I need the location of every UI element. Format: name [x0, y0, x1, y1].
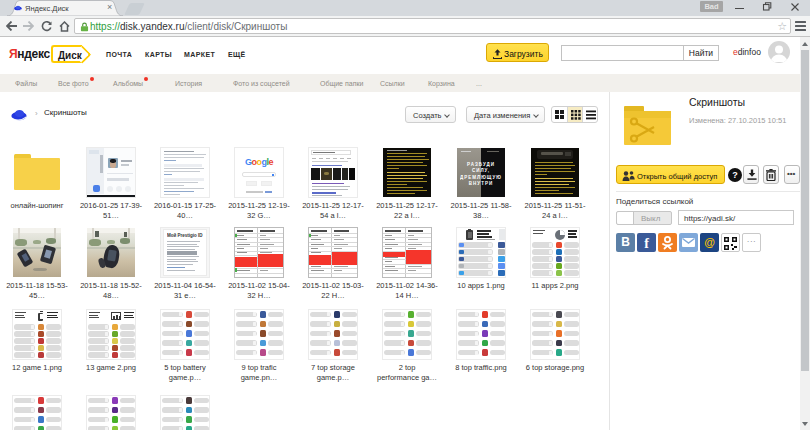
bookmark-star-icon[interactable]: ☆	[777, 20, 787, 33]
thumb-detail	[164, 194, 180, 195]
thumb-detail	[15, 315, 24, 316]
browser-menu-icon[interactable]	[795, 21, 806, 33]
open-share-button[interactable]: Открыть общий доступ	[616, 165, 725, 184]
thumb-detail	[33, 268, 47, 271]
reload-button[interactable]	[41, 21, 52, 32]
share-vk-icon[interactable]: В	[616, 233, 635, 252]
share-qr-icon[interactable]	[721, 233, 740, 252]
thumb-detail	[499, 229, 505, 240]
share-link-input[interactable]: https://yadi.sk/	[678, 210, 794, 225]
share-link-toggle[interactable]: Выкл	[616, 211, 672, 225]
create-button[interactable]: Создать	[405, 106, 456, 123]
thumb-detail	[564, 249, 579, 255]
search-input[interactable]	[561, 45, 684, 61]
nav-item-9[interactable]: ...	[476, 80, 482, 87]
share-more-icon[interactable]: ···	[742, 233, 761, 252]
nav-item-5[interactable]: Фото из соцсетей	[233, 80, 290, 87]
thumb-detail	[333, 158, 337, 159]
thumb-detail	[535, 181, 575, 182]
back-button[interactable]	[6, 21, 17, 31]
thumb-detail	[408, 235, 414, 236]
sort-button[interactable]: Дата изменения	[466, 106, 545, 123]
share-envelope-icon[interactable]	[679, 233, 698, 252]
file-name: 2015-11-25 11-58-38…	[444, 201, 518, 221]
nav-item-4[interactable]: История	[175, 80, 202, 87]
thumb-detail	[167, 244, 197, 245]
thumb-detail	[401, 332, 404, 336]
download-button[interactable]	[743, 165, 759, 184]
more-actions-button[interactable]: •••	[784, 165, 800, 184]
thumb-detail	[387, 181, 427, 182]
thumb-detail	[186, 330, 193, 337]
tab-close-icon[interactable]: ×	[107, 2, 112, 12]
scrollbar-thumb[interactable]	[801, 50, 809, 371]
help-icon[interactable]: ?	[728, 168, 742, 182]
scrollbar-up-arrow[interactable]	[802, 42, 808, 46]
nav-item-2[interactable]: Все фото	[58, 80, 89, 87]
nav-item-3[interactable]: Альбомы	[113, 80, 143, 87]
page-scrollbar[interactable]	[800, 37, 810, 430]
window-close-button[interactable]	[790, 0, 800, 14]
thumb-detail	[112, 345, 119, 352]
thumb-detail	[38, 416, 45, 423]
menu-item-3[interactable]: МАРКЕТ	[184, 51, 215, 58]
nav-item-8[interactable]: Корзина	[428, 80, 455, 87]
thumb-detail	[38, 407, 45, 414]
scrollbar-down-arrow[interactable]	[802, 422, 808, 426]
file-name: 11 apps 2.png	[518, 281, 592, 291]
yandex-logo[interactable]: Яндекс	[9, 47, 50, 61]
forward-button[interactable]	[23, 21, 34, 31]
thumb-detail	[124, 312, 134, 313]
share-facebook-icon[interactable]: f	[637, 233, 656, 252]
thumb-detail	[549, 312, 552, 316]
share-odnoklassniki-icon[interactable]	[658, 233, 677, 252]
thumb-detail	[107, 178, 129, 181]
menu-item-4[interactable]: ЕЩЁ	[228, 51, 246, 58]
thumb-detail	[416, 321, 431, 327]
thumb-detail	[334, 239, 344, 240]
thumb-detail	[564, 350, 579, 356]
thumb-detail	[46, 324, 61, 330]
search-button[interactable]: Найти	[683, 45, 719, 61]
avatar[interactable]	[768, 41, 790, 63]
address-bar[interactable]: https://disk.yandex.ru/client/disk/Скрин…	[74, 18, 791, 34]
thumb-detail	[186, 311, 193, 318]
thumb-detail	[112, 407, 119, 414]
thumb-detail	[112, 331, 119, 338]
new-tab-button[interactable]	[124, 3, 145, 15]
thumb-detail	[564, 256, 579, 262]
menu-item-1[interactable]: ПОЧТА	[106, 51, 132, 58]
window-restore-button[interactable]	[762, 0, 772, 14]
thumb-detail	[385, 230, 401, 232]
share-link-label: Поделиться ссылкой	[616, 197, 693, 206]
thumb-detail	[164, 157, 204, 158]
thumb-detail: Мой Prestigio ID	[167, 233, 207, 238]
menu-item-2[interactable]: КАРТЫ	[145, 51, 172, 58]
disk-tab-label[interactable]: Диск	[58, 50, 82, 61]
share-mailru-icon[interactable]: @	[700, 233, 719, 252]
nav-item-7[interactable]: Ссылки	[380, 80, 405, 87]
breadcrumb[interactable]: Скриншоты	[44, 108, 87, 117]
thumb-detail	[164, 188, 204, 189]
view-large-tiles-button[interactable]	[552, 107, 567, 122]
thumb-detail	[468, 232, 472, 238]
thumb-detail	[482, 311, 489, 318]
upload-button[interactable]: Загрузить	[486, 43, 549, 62]
home-button[interactable]	[59, 21, 70, 32]
thumb-detail	[401, 341, 404, 345]
nav-item-6[interactable]: Общие папки	[320, 80, 363, 87]
trash-button[interactable]	[763, 165, 779, 184]
thumb-detail	[468, 229, 471, 231]
thumb-detail	[387, 187, 423, 188]
file-thumbnail	[531, 148, 579, 197]
thumb-detail	[105, 398, 108, 402]
username[interactable]: edinfoo	[733, 47, 761, 57]
view-list-button[interactable]	[582, 107, 597, 122]
view-small-tiles-button[interactable]	[567, 107, 582, 122]
thumb-detail	[179, 322, 182, 326]
file-thumbnail	[457, 228, 505, 277]
thumb-detail	[38, 426, 45, 430]
nav-item-1[interactable]: Файлы	[15, 80, 37, 87]
window-minimize-button[interactable]	[735, 8, 744, 10]
thumb-detail	[121, 160, 132, 162]
